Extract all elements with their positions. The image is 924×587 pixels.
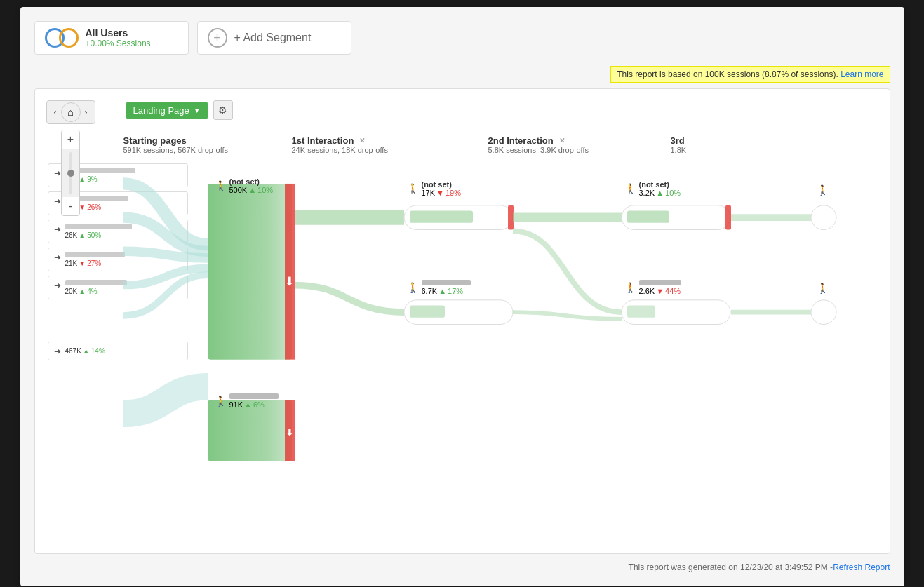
second-int-icon-1: 🚶 [624, 183, 636, 194]
landing-item-3[interactable]: ➜ 26K ▲ 50% [48, 220, 188, 243]
nav-right-arrow[interactable]: › [82, 106, 91, 119]
svg-rect-4 [285, 400, 295, 461]
svg-rect-13 [725, 205, 731, 230]
circle-orange [59, 28, 79, 48]
segment-bar: All Users +0.00% Sessions + + Add Segmen… [34, 21, 890, 55]
svg-rect-10 [410, 306, 445, 318]
starting-subtitle: 591K sessions, 567K drop-offs [123, 146, 271, 154]
stat-arrow-3: ▲ [79, 231, 86, 239]
second-interaction-header: 2nd Interaction ✕ 5.8K sessions, 3.9K dr… [488, 135, 671, 154]
svg-rect-15 [627, 306, 655, 318]
add-segment-label: + Add Segment [234, 32, 312, 44]
report-generated-text: This report was generated on 12/23/20 at… [629, 562, 833, 572]
item-label-3 [65, 224, 132, 229]
column-headers: Starting pages 591K sessions, 567K drop-… [123, 135, 878, 154]
second-interaction-title: 2nd Interaction [488, 135, 554, 146]
first-int-node-1: 🚶 (not set) 17K ▼ 19% [407, 180, 462, 197]
second-int-info-1: (not set) 3.2K ▲ 10% [639, 180, 681, 197]
item-content-4: 21K ▼ 27% [65, 252, 125, 267]
landing-total[interactable]: ➜ 467K ▲ 14% [48, 342, 188, 360]
total-stats: 467K ▲ 14% [65, 347, 105, 355]
third-subtitle: 1.8K [671, 146, 727, 154]
nav-left-arrow[interactable]: ‹ [51, 106, 60, 119]
total-arrow-icon: ➜ [54, 346, 61, 356]
second-int-icon-2: 🚶 [624, 282, 636, 293]
settings-icon: ⚙ [218, 104, 227, 116]
notice-text: This report is based on 100K sessions (8… [610, 66, 890, 83]
zoom-controls: + - [61, 130, 80, 216]
item-content-5: 20K ▲ 4% [65, 280, 127, 295]
second-int-node-2: 🚶 2.6K ▼ 44% [624, 280, 681, 295]
second-interaction-close[interactable]: ✕ [559, 137, 565, 144]
segment-icon [45, 28, 79, 48]
item-stats-3: 26K ▲ 50% [65, 231, 132, 239]
first-interaction-header: 1st Interaction ✕ 24K sessions, 18K drop… [292, 135, 488, 154]
starting-column-header: Starting pages 591K sessions, 567K drop-… [123, 135, 271, 154]
first-int-name-1: (not set) [422, 180, 462, 189]
landing-arrow-icon-3: ➜ [54, 224, 61, 234]
zoom-out-button[interactable]: - [62, 197, 79, 215]
landing-page-dropdown[interactable]: Landing Page ▼ [126, 102, 208, 119]
segment-info: All Users +0.00% Sessions [86, 27, 151, 48]
start-node-2: 🚶 91K ▲ 6% [215, 393, 279, 409]
third-int-node-1: 🚶 [817, 184, 829, 196]
svg-rect-12 [627, 211, 669, 223]
first-int-info-1: (not set) 17K ▼ 19% [422, 180, 462, 197]
landing-arrow-icon-4: ➜ [54, 252, 61, 262]
second-interaction-subtitle: 5.8K sessions, 3.9K drop-offs [488, 146, 671, 154]
svg-rect-17 [811, 300, 836, 325]
first-interaction-subtitle: 24K sessions, 18K drop-offs [292, 146, 488, 154]
dimension-dropdown: Landing Page ▼ ⚙ [126, 100, 233, 120]
second-int-stat-1: 3.2K ▲ 10% [639, 189, 681, 197]
first-int-icon-1: 🚶 [407, 183, 419, 194]
dropdown-arrow-icon: ▼ [194, 107, 201, 114]
app-container: All Users +0.00% Sessions + + Add Segmen… [20, 7, 904, 586]
add-segment-button[interactable]: + + Add Segment [197, 21, 351, 55]
flow-svg: ⬇ ⬇ [123, 163, 890, 542]
stat-arrow-4: ▼ [79, 259, 86, 267]
item-label-4 [65, 252, 125, 257]
learn-more-link[interactable]: Learn more [841, 69, 883, 79]
home-icon: ⌂ [67, 107, 73, 118]
svg-rect-0 [208, 184, 292, 360]
segment-name: All Users [86, 27, 151, 39]
zoom-slider-thumb [67, 170, 74, 177]
second-int-name-1: (not set) [639, 180, 681, 189]
refresh-report-link[interactable]: Refresh Report [833, 562, 890, 572]
landing-item-4[interactable]: ➜ 21K ▼ 27% [48, 248, 188, 271]
settings-button[interactable]: ⚙ [213, 100, 233, 120]
notice-bar: This report is based on 100K sessions (8… [34, 66, 890, 83]
svg-rect-16 [811, 205, 836, 230]
notice-message: This report is based on 100K sessions (8… [617, 69, 838, 79]
start-node-2-label [229, 393, 279, 399]
left-controls: ‹ ⌂ › + - [46, 100, 95, 216]
item-label-5 [65, 280, 127, 285]
zoom-in-button[interactable]: + [62, 130, 79, 149]
dropdown-label: Landing Page [133, 105, 189, 116]
segment-all-users[interactable]: All Users +0.00% Sessions [34, 21, 189, 55]
svg-rect-3 [208, 400, 292, 461]
zoom-slider[interactable] [69, 152, 72, 194]
svg-rect-14 [622, 300, 730, 325]
start-node-2-icon: 🚶 [215, 396, 227, 407]
first-int-node-2: 🚶 6.7K ▲ 17% [407, 280, 471, 295]
svg-text:⬇: ⬇ [285, 427, 293, 438]
start-node-2-info: 91K ▲ 6% [229, 393, 279, 409]
first-int-stat-1: 17K ▼ 19% [422, 189, 462, 197]
first-interaction-close[interactable]: ✕ [359, 137, 365, 144]
svg-rect-9 [404, 300, 513, 325]
first-int-label-2 [422, 280, 471, 285]
item-stats-4: 21K ▼ 27% [65, 259, 125, 267]
landing-arrow-icon-5: ➜ [54, 281, 61, 290]
item-content-3: 26K ▲ 50% [65, 224, 132, 239]
home-button[interactable]: ⌂ [61, 102, 81, 122]
flow-container: ‹ ⌂ › + - Landing Page ▼ [34, 88, 890, 554]
third-title: 3rd [671, 135, 727, 146]
starting-title: Starting pages [123, 135, 271, 146]
svg-rect-11 [622, 205, 730, 230]
item-stats-5: 20K ▲ 4% [65, 288, 127, 295]
third-int-node-2: 🚶 [817, 283, 829, 294]
landing-item-5[interactable]: ➜ 20K ▲ 4% [48, 276, 188, 299]
segment-sessions: +0.00% Sessions [86, 39, 151, 48]
first-int-info-2: 6.7K ▲ 17% [422, 280, 471, 295]
